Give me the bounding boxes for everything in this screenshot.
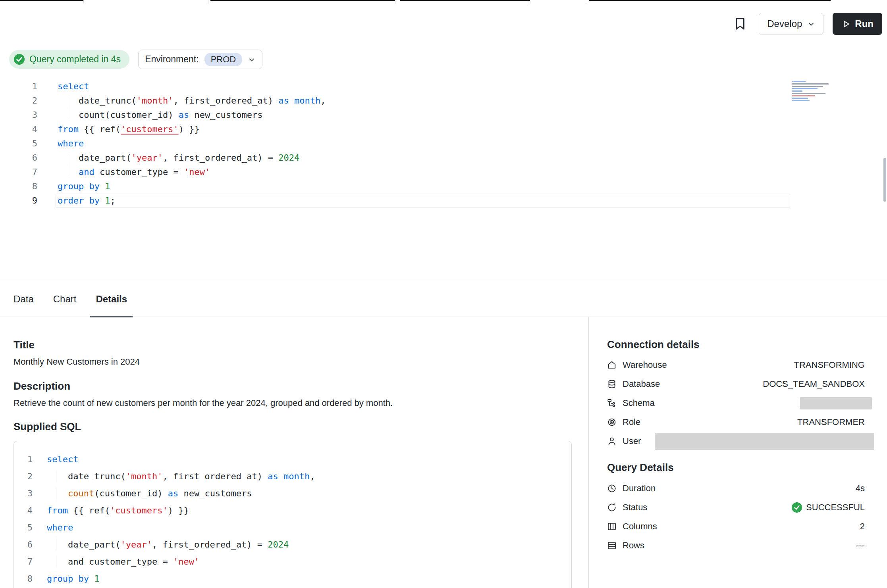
line-number: 8 [0, 179, 37, 194]
code-token: as [268, 471, 278, 481]
detail-row-rows: Rows--- [607, 536, 865, 555]
code-text: date_part('year', first_ordered_at) = 20… [58, 151, 299, 165]
tab-remnant [589, 0, 831, 1]
code-text: order by 1; [58, 194, 116, 208]
schema-icon [607, 398, 617, 408]
code-token: {{ ref( [79, 124, 121, 134]
code-token: 'customers' [121, 124, 179, 134]
results-tab-bar: DataChartDetails [0, 281, 887, 317]
sql-editor[interactable]: 1select2 date_trunc('month', first_order… [0, 79, 887, 208]
scrollbar-thumb[interactable] [883, 158, 886, 202]
code-text: date_trunc('month', first_ordered_at) as… [58, 94, 326, 108]
tab-chart[interactable]: Chart [53, 281, 77, 317]
code-text: where [58, 136, 84, 151]
user-icon [607, 436, 617, 446]
connection-details-heading: Connection details [607, 338, 865, 351]
toolbar: Develop Run [0, 3, 887, 44]
code-token: order by [58, 196, 100, 206]
code-token: 'year' [131, 153, 162, 163]
success-check-icon [792, 502, 802, 513]
tab-details[interactable]: Details [96, 281, 127, 317]
editor-minimap[interactable] [792, 81, 833, 104]
line-number: 1 [0, 79, 37, 94]
code-token: and [79, 167, 94, 177]
develop-button[interactable]: Develop [759, 13, 823, 35]
code-token: date_trunc( [58, 96, 137, 106]
description-heading: Description [13, 380, 572, 392]
line-number: 2 [14, 468, 33, 485]
description-value: Retrieve the count of new customers per … [13, 397, 572, 409]
title-value: Monthly New Customers in 2024 [13, 356, 572, 368]
detail-label: Duration [623, 483, 656, 494]
code-text: and customer_type = 'new' [58, 165, 210, 179]
tab-remnant [0, 0, 83, 1]
code-line: 4from {{ ref('customers') }} [0, 122, 887, 136]
detail-value-text: 2 [860, 521, 865, 532]
code-token: , [320, 96, 326, 106]
code-line: 5where [0, 136, 887, 151]
code-token: {{ ref( [68, 505, 110, 515]
line-number: 3 [14, 485, 33, 502]
code-token: 'year' [120, 540, 152, 550]
code-text: date_trunc('month', first_ordered_at) as… [47, 468, 315, 485]
query-status-row: Query completed in 4s Environment: PROD [9, 50, 262, 69]
code-token [58, 167, 79, 177]
status-icon [607, 503, 617, 512]
code-token: date_part( [47, 540, 120, 550]
line-number: 2 [0, 94, 37, 108]
environment-selector[interactable]: Environment: PROD [138, 50, 262, 69]
code-token [47, 488, 68, 498]
code-token: customer_type = [94, 167, 184, 177]
line-number: 3 [0, 108, 37, 122]
code-token: 'month' [137, 96, 174, 106]
detail-value-text: SUCCESSFUL [806, 502, 865, 513]
code-token: ) }} [179, 124, 200, 134]
query-details-heading: Query Details [607, 461, 865, 474]
code-token: (customer_id) [94, 488, 168, 498]
minimap-line [792, 98, 808, 99]
minimap-line [792, 88, 818, 89]
code-token: month [283, 471, 310, 481]
minimap-line [792, 83, 829, 85]
code-text: select [58, 79, 89, 94]
line-number: 6 [14, 536, 33, 553]
detail-value [655, 433, 865, 450]
chevron-down-icon [248, 56, 256, 64]
role-icon [607, 417, 617, 427]
code-token: 'new' [173, 557, 199, 567]
detail-row-schema: Schema [607, 394, 865, 413]
code-token: , first_ordered_at) [173, 96, 278, 106]
code-line: 8group by 1 [14, 570, 571, 587]
bookmark-icon[interactable] [733, 17, 747, 31]
code-token: , first_ordered_at) = [163, 153, 278, 163]
code-token: 1 [105, 196, 110, 206]
line-number: 7 [14, 553, 33, 570]
detail-value-text: TRANSFORMING [794, 360, 865, 370]
line-number: 6 [0, 151, 37, 165]
tab-data[interactable]: Data [13, 281, 34, 317]
code-token [278, 471, 283, 481]
code-line: 6 date_part('year', first_ordered_at) = … [0, 151, 887, 165]
code-line: 5where [14, 519, 571, 536]
detail-value-text: TRANSFORMER [797, 417, 865, 427]
code-text: date_part('year', first_ordered_at) = 20… [47, 536, 289, 553]
code-text: count(customer_id) as new_customers [47, 485, 252, 502]
environment-value-badge: PROD [204, 53, 243, 66]
run-button[interactable]: Run [833, 13, 882, 35]
detail-row-warehouse: WarehouseTRANSFORMING [607, 355, 865, 375]
code-token: select [47, 454, 78, 464]
detail-value: --- [856, 540, 865, 551]
check-circle-icon [14, 54, 25, 65]
code-token: count [68, 488, 94, 498]
code-token: select [58, 81, 89, 91]
code-token: as [168, 488, 179, 498]
detail-value: SUCCESSFUL [792, 502, 865, 513]
minimap-line [792, 86, 823, 87]
query-status-pill: Query completed in 4s [9, 50, 129, 69]
code-token [89, 574, 94, 584]
line-number: 7 [0, 165, 37, 179]
detail-row-duration: Duration4s [607, 479, 865, 498]
code-token: 1 [105, 181, 110, 191]
code-token: month [294, 96, 320, 106]
details-panes: Title Monthly New Customers in 2024 Desc… [0, 317, 887, 588]
